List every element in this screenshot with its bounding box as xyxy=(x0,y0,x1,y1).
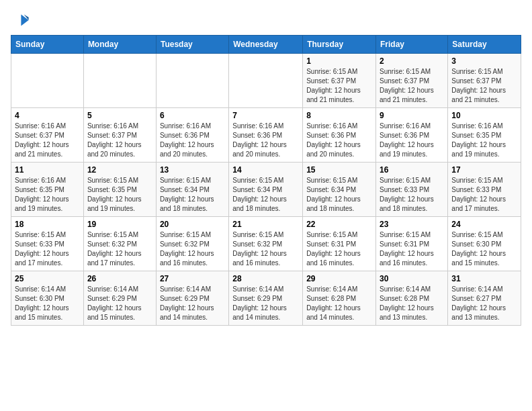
calendar-cell: 21Sunrise: 6:15 AM Sunset: 6:32 PM Dayli… xyxy=(229,217,303,271)
day-info: Sunrise: 6:15 AM Sunset: 6:31 PM Dayligh… xyxy=(306,230,372,268)
svg-marker-0 xyxy=(21,15,28,26)
day-number: 15 xyxy=(306,165,372,175)
calendar-cell: 31Sunrise: 6:14 AM Sunset: 6:27 PM Dayli… xyxy=(448,271,521,326)
day-number: 25 xyxy=(15,274,80,283)
day-info: Sunrise: 6:16 AM Sunset: 6:36 PM Dayligh… xyxy=(380,122,444,159)
calendar-cell: 15Sunrise: 6:15 AM Sunset: 6:34 PM Dayli… xyxy=(303,163,376,217)
day-number: 2 xyxy=(380,56,444,66)
col-header-saturday: Saturday xyxy=(448,36,521,54)
day-info: Sunrise: 6:15 AM Sunset: 6:32 PM Dayligh… xyxy=(160,230,225,268)
calendar-cell: 24Sunrise: 6:15 AM Sunset: 6:30 PM Dayli… xyxy=(448,217,521,271)
day-number: 29 xyxy=(306,274,372,283)
calendar-week-5: 25Sunrise: 6:14 AM Sunset: 6:30 PM Dayli… xyxy=(11,271,521,326)
calendar-cell: 23Sunrise: 6:15 AM Sunset: 6:31 PM Dayli… xyxy=(376,217,448,271)
day-info: Sunrise: 6:15 AM Sunset: 6:32 PM Dayligh… xyxy=(87,230,152,268)
day-info: Sunrise: 6:14 AM Sunset: 6:29 PM Dayligh… xyxy=(232,285,299,322)
calendar-cell: 29Sunrise: 6:14 AM Sunset: 6:28 PM Dayli… xyxy=(303,271,376,326)
calendar-cell: 19Sunrise: 6:15 AM Sunset: 6:32 PM Dayli… xyxy=(83,217,156,271)
calendar-week-2: 4Sunrise: 6:16 AM Sunset: 6:37 PM Daylig… xyxy=(11,108,521,163)
day-number: 26 xyxy=(87,274,152,283)
col-header-thursday: Thursday xyxy=(303,36,376,54)
day-info: Sunrise: 6:16 AM Sunset: 6:36 PM Dayligh… xyxy=(160,122,225,159)
day-number: 22 xyxy=(306,220,372,229)
day-info: Sunrise: 6:16 AM Sunset: 6:35 PM Dayligh… xyxy=(15,176,80,214)
calendar-week-3: 11Sunrise: 6:16 AM Sunset: 6:35 PM Dayli… xyxy=(11,163,521,217)
day-number: 19 xyxy=(87,220,152,229)
calendar-cell: 12Sunrise: 6:15 AM Sunset: 6:35 PM Dayli… xyxy=(83,163,156,217)
calendar-cell: 7Sunrise: 6:16 AM Sunset: 6:36 PM Daylig… xyxy=(229,108,303,163)
day-info: Sunrise: 6:15 AM Sunset: 6:34 PM Dayligh… xyxy=(160,176,225,214)
calendar-cell: 22Sunrise: 6:15 AM Sunset: 6:31 PM Dayli… xyxy=(303,217,376,271)
day-number: 18 xyxy=(15,220,80,229)
calendar-cell xyxy=(11,54,84,108)
day-info: Sunrise: 6:15 AM Sunset: 6:32 PM Dayligh… xyxy=(232,230,299,268)
day-info: Sunrise: 6:14 AM Sunset: 6:28 PM Dayligh… xyxy=(306,285,372,322)
day-number: 21 xyxy=(232,220,299,229)
day-info: Sunrise: 6:15 AM Sunset: 6:33 PM Dayligh… xyxy=(451,176,517,214)
day-number: 5 xyxy=(87,111,152,120)
day-info: Sunrise: 6:14 AM Sunset: 6:27 PM Dayligh… xyxy=(451,285,517,322)
col-header-monday: Monday xyxy=(83,36,156,54)
day-info: Sunrise: 6:15 AM Sunset: 6:35 PM Dayligh… xyxy=(87,176,152,214)
calendar-cell: 3Sunrise: 6:15 AM Sunset: 6:37 PM Daylig… xyxy=(448,54,521,108)
day-number: 4 xyxy=(15,111,80,120)
calendar-cell: 8Sunrise: 6:16 AM Sunset: 6:36 PM Daylig… xyxy=(303,108,376,163)
day-number: 23 xyxy=(380,220,444,229)
calendar-cell: 14Sunrise: 6:15 AM Sunset: 6:34 PM Dayli… xyxy=(229,163,303,217)
day-info: Sunrise: 6:15 AM Sunset: 6:34 PM Dayligh… xyxy=(306,176,372,214)
day-number: 27 xyxy=(160,274,225,283)
logo-icon xyxy=(11,11,30,30)
day-number: 11 xyxy=(15,165,80,175)
day-info: Sunrise: 6:14 AM Sunset: 6:29 PM Dayligh… xyxy=(87,285,152,322)
calendar-header: SundayMondayTuesdayWednesdayThursdayFrid… xyxy=(11,36,521,54)
calendar-cell: 1Sunrise: 6:15 AM Sunset: 6:37 PM Daylig… xyxy=(303,54,376,108)
day-number: 10 xyxy=(451,111,517,120)
calendar-cell: 17Sunrise: 6:15 AM Sunset: 6:33 PM Dayli… xyxy=(448,163,521,217)
calendar-cell xyxy=(229,54,303,108)
day-info: Sunrise: 6:14 AM Sunset: 6:30 PM Dayligh… xyxy=(15,285,80,322)
day-number: 7 xyxy=(232,111,299,120)
day-number: 31 xyxy=(451,274,517,283)
day-info: Sunrise: 6:15 AM Sunset: 6:31 PM Dayligh… xyxy=(380,230,444,268)
page-header xyxy=(11,11,521,30)
calendar-cell: 9Sunrise: 6:16 AM Sunset: 6:36 PM Daylig… xyxy=(376,108,448,163)
calendar-table: SundayMondayTuesdayWednesdayThursdayFrid… xyxy=(11,35,521,326)
day-info: Sunrise: 6:15 AM Sunset: 6:34 PM Dayligh… xyxy=(232,176,299,214)
calendar-cell: 2Sunrise: 6:15 AM Sunset: 6:37 PM Daylig… xyxy=(376,54,448,108)
calendar-week-1: 1Sunrise: 6:15 AM Sunset: 6:37 PM Daylig… xyxy=(11,54,521,108)
day-number: 3 xyxy=(451,56,517,66)
day-info: Sunrise: 6:14 AM Sunset: 6:29 PM Dayligh… xyxy=(160,285,225,322)
day-number: 8 xyxy=(306,111,372,120)
calendar-cell: 26Sunrise: 6:14 AM Sunset: 6:29 PM Dayli… xyxy=(83,271,156,326)
calendar-cell: 28Sunrise: 6:14 AM Sunset: 6:29 PM Dayli… xyxy=(229,271,303,326)
day-info: Sunrise: 6:16 AM Sunset: 6:36 PM Dayligh… xyxy=(232,122,299,159)
day-number: 17 xyxy=(451,165,517,175)
calendar-cell: 25Sunrise: 6:14 AM Sunset: 6:30 PM Dayli… xyxy=(11,271,84,326)
calendar-cell: 20Sunrise: 6:15 AM Sunset: 6:32 PM Dayli… xyxy=(156,217,228,271)
day-info: Sunrise: 6:15 AM Sunset: 6:37 PM Dayligh… xyxy=(306,67,372,105)
calendar-cell: 16Sunrise: 6:15 AM Sunset: 6:33 PM Dayli… xyxy=(376,163,448,217)
col-header-wednesday: Wednesday xyxy=(229,36,303,54)
col-header-tuesday: Tuesday xyxy=(156,36,228,54)
calendar-cell: 10Sunrise: 6:16 AM Sunset: 6:35 PM Dayli… xyxy=(448,108,521,163)
calendar-cell: 13Sunrise: 6:15 AM Sunset: 6:34 PM Dayli… xyxy=(156,163,228,217)
calendar-cell: 11Sunrise: 6:16 AM Sunset: 6:35 PM Dayli… xyxy=(11,163,84,217)
calendar-cell xyxy=(156,54,228,108)
day-info: Sunrise: 6:15 AM Sunset: 6:33 PM Dayligh… xyxy=(15,230,80,268)
col-header-sunday: Sunday xyxy=(11,36,84,54)
day-number: 13 xyxy=(160,165,225,175)
day-number: 12 xyxy=(87,165,152,175)
calendar-cell: 27Sunrise: 6:14 AM Sunset: 6:29 PM Dayli… xyxy=(156,271,228,326)
calendar-cell: 18Sunrise: 6:15 AM Sunset: 6:33 PM Dayli… xyxy=(11,217,84,271)
day-number: 1 xyxy=(306,56,372,66)
day-info: Sunrise: 6:15 AM Sunset: 6:33 PM Dayligh… xyxy=(380,176,444,214)
day-number: 6 xyxy=(160,111,225,120)
day-info: Sunrise: 6:16 AM Sunset: 6:36 PM Dayligh… xyxy=(306,122,372,159)
day-info: Sunrise: 6:16 AM Sunset: 6:37 PM Dayligh… xyxy=(15,122,80,159)
calendar-week-4: 18Sunrise: 6:15 AM Sunset: 6:33 PM Dayli… xyxy=(11,217,521,271)
col-header-friday: Friday xyxy=(376,36,448,54)
calendar-cell: 5Sunrise: 6:16 AM Sunset: 6:37 PM Daylig… xyxy=(83,108,156,163)
day-info: Sunrise: 6:15 AM Sunset: 6:37 PM Dayligh… xyxy=(380,67,444,105)
calendar-cell: 30Sunrise: 6:14 AM Sunset: 6:28 PM Dayli… xyxy=(376,271,448,326)
day-info: Sunrise: 6:16 AM Sunset: 6:37 PM Dayligh… xyxy=(87,122,152,159)
